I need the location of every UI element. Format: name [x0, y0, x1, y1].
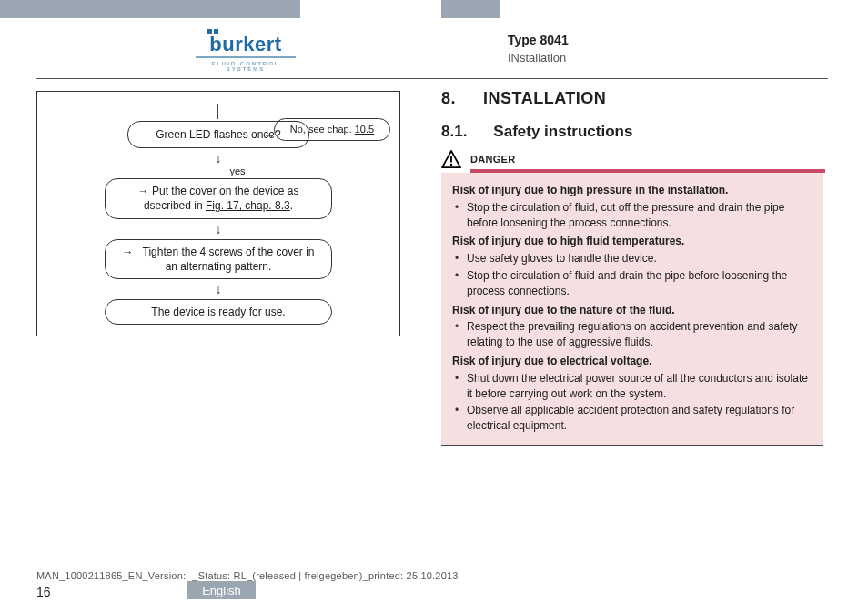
- risk-heading: Risk of injury due to high pressure in t…: [452, 183, 812, 198]
- print-metadata-line: MAN_1000211865_EN_Version: -_Status: RL_…: [36, 570, 459, 581]
- risk-bullet: Use safety gloves to handle the device.: [467, 251, 812, 266]
- subsection-number: 8.1.: [441, 123, 467, 141]
- danger-label: DANGER: [470, 154, 515, 165]
- danger-callout: Risk of injury due to high pressure in t…: [441, 173, 823, 445]
- risk-bullet: Observe all applicable accident protecti…: [467, 403, 812, 434]
- risk-heading: Risk of injury due to high fluid tempera…: [452, 234, 812, 249]
- flow-step-tighten: → Tighten the 4 screws of the cover in a…: [105, 239, 332, 279]
- header-accent-right: [441, 0, 500, 18]
- flow-no-link[interactable]: 10.5: [355, 124, 374, 135]
- danger-header-row: DANGER: [441, 150, 833, 168]
- section-title: INSTALLATION: [483, 89, 606, 108]
- danger-bottom-rule: [441, 445, 823, 446]
- content-column: 8. INSTALLATION 8.1. Safety instructions…: [441, 89, 833, 446]
- flow-step-no: No, see chap. 10.5: [274, 118, 390, 141]
- header-accent-left: [0, 0, 300, 18]
- risk-bullet: Stop the circulation of fluid and drain …: [467, 268, 812, 299]
- risk-bullet: Shut down the electrical power source of…: [467, 371, 812, 402]
- page-number: 16: [36, 585, 51, 599]
- flow-cover-link[interactable]: Fig. 17, chap. 8.3: [206, 199, 290, 212]
- language-badge: English: [187, 581, 256, 599]
- logo-wordmark: burkert: [196, 35, 296, 55]
- flow-no-branch: No, see chap. 10.5: [274, 118, 390, 141]
- warning-triangle-icon: [441, 150, 461, 168]
- header-divider: [36, 78, 828, 79]
- flow-no-text-pre: No, see chap.: [290, 124, 355, 135]
- page-header: burkert FLUID CONTROL SYSTEMS Type 8041 …: [0, 25, 868, 78]
- risk-bullet: Stop the circulation of fluid, cut off t…: [467, 200, 812, 231]
- risk-heading: Risk of injury due to the nature of the …: [452, 303, 812, 318]
- subsection-title: Safety instructions: [493, 123, 632, 141]
- subsection-heading: 8.1. Safety instructions: [441, 123, 833, 141]
- risk-bullet: Respect the prevailing regulations on ac…: [467, 319, 812, 350]
- arrow-down-icon: ↓: [216, 279, 222, 299]
- arrow-down-icon: ↓: [216, 219, 222, 239]
- arrow-down-icon: │: [215, 101, 223, 121]
- section-number: 8.: [441, 89, 456, 108]
- logo-tagline: FLUID CONTROL SYSTEMS: [196, 56, 296, 72]
- flowchart-frame: │ Green LED flashes once? ↓ yes → Put th…: [36, 91, 400, 336]
- flowchart-column: │ Green LED flashes once? ↓ yes → Put th…: [36, 91, 411, 336]
- logo-text: burkert: [209, 33, 281, 55]
- brand-logo: burkert FLUID CONTROL SYSTEMS: [196, 35, 296, 72]
- flow-cover-text-post: .: [290, 199, 293, 212]
- flow-tighten-text: Tighten the 4 screws of the cover in an …: [143, 246, 315, 273]
- flow-step-ready: The device is ready for use.: [105, 299, 332, 325]
- doc-type-line: Type 8041: [508, 33, 569, 47]
- flow-yes-label: yes: [224, 166, 245, 176]
- flow-step-put-cover: → Put the cover on the device as dsecrib…: [105, 178, 332, 218]
- section-heading: 8. INSTALLATION: [441, 89, 833, 108]
- svg-point-2: [450, 164, 453, 166]
- doc-section-line: INstallation: [508, 51, 569, 65]
- logo-umlaut-icon: [207, 29, 222, 33]
- risk-heading: Risk of injury due to electrical voltage…: [452, 354, 812, 369]
- header-doc-info: Type 8041 INstallation: [508, 33, 569, 65]
- arrow-down-icon: ↓: [216, 148, 222, 168]
